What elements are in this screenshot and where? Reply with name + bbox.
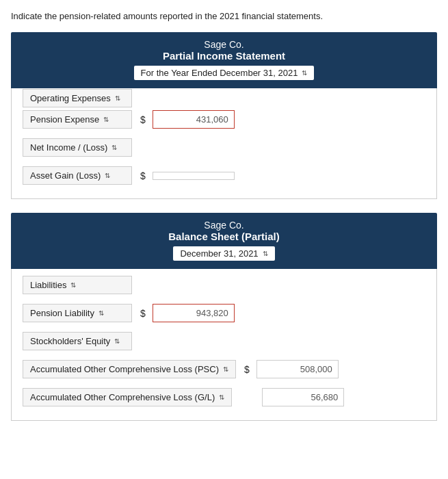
aoci-psc-dollar: $ xyxy=(244,364,250,375)
income-company-name: Sage Co. xyxy=(22,39,426,50)
operating-expenses-label[interactable]: Operating Expenses ⇅ xyxy=(23,89,132,107)
pension-liability-input[interactable]: 943,820 xyxy=(153,304,235,322)
asset-gain-arrow-icon[interactable]: ⇅ xyxy=(105,172,110,179)
pension-liability-arrow-icon[interactable]: ⇅ xyxy=(98,309,104,317)
liabilities-label[interactable]: Liabilities ⇅ xyxy=(23,276,132,294)
income-subtitle-arrow-icon[interactable]: ⇅ xyxy=(302,69,307,77)
asset-gain-dollar: $ xyxy=(140,170,146,181)
instruction-text: Indicate the pension-related amounts rep… xyxy=(11,11,437,21)
net-income-label[interactable]: Net Income / (Loss) ⇅ xyxy=(23,138,132,157)
liabilities-text: Liabilities xyxy=(30,280,66,290)
pension-expense-text: Pension Expense xyxy=(30,114,99,125)
balance-sheet-body: Liabilities ⇅ Pension Liability ⇅ $ 943,… xyxy=(11,269,437,421)
aoci-gl-input[interactable]: 56,680 xyxy=(262,388,344,406)
aoci-psc-label[interactable]: Accumulated Other Comprehensive Loss (PS… xyxy=(23,360,236,378)
aoci-gl-label[interactable]: Accumulated Other Comprehensive Loss (G/… xyxy=(23,388,232,406)
asset-gain-input[interactable] xyxy=(153,172,235,180)
income-statement-subtitle-box[interactable]: For the Year Ended December 31, 2021 ⇅ xyxy=(134,66,315,80)
balance-subtitle-arrow-icon[interactable]: ⇅ xyxy=(263,250,268,257)
pension-liability-row: Pension Liability ⇅ $ 943,820 xyxy=(23,304,425,322)
stockholders-equity-label[interactable]: Stockholders' Equity ⇅ xyxy=(23,332,132,350)
pension-liability-text: Pension Liability xyxy=(30,308,94,318)
operating-expenses-row: Operating Expenses ⇅ xyxy=(23,95,425,101)
operating-expenses-text: Operating Expenses xyxy=(30,93,111,103)
pension-expense-arrow-icon[interactable]: ⇅ xyxy=(103,116,109,123)
net-income-row: Net Income / (Loss) ⇅ xyxy=(23,138,425,157)
balance-sheet-section: Sage Co. Balance Sheet (Partial) Decembe… xyxy=(11,213,437,421)
operating-expenses-arrow-icon[interactable]: ⇅ xyxy=(115,94,120,102)
balance-sheet-subtitle-box[interactable]: December 31, 2021 ⇅ xyxy=(173,246,274,261)
balance-company-name: Sage Co. xyxy=(22,220,426,231)
aoci-psc-input[interactable]: 508,000 xyxy=(256,360,339,378)
stockholders-equity-text: Stockholders' Equity xyxy=(30,336,110,346)
income-statement-body: Operating Expenses ⇅ Pension Expense ⇅ $… xyxy=(11,88,437,199)
pension-expense-row: Pension Expense ⇅ $ 431,060 xyxy=(23,110,425,129)
income-statement-section: Sage Co. Partial Income Statement For th… xyxy=(11,32,437,199)
asset-gain-row: Asset Gain (Loss) ⇅ $ xyxy=(23,166,425,185)
income-subtitle-text: For the Year Ended December 31, 2021 xyxy=(141,68,298,78)
pension-expense-dollar: $ xyxy=(140,114,146,125)
pension-expense-value: 431,060 xyxy=(196,114,228,125)
stockholders-equity-arrow-icon[interactable]: ⇅ xyxy=(114,337,120,345)
pension-liability-value: 943,820 xyxy=(196,308,228,318)
aoci-gl-value: 56,680 xyxy=(311,392,338,402)
pension-expense-label[interactable]: Pension Expense ⇅ xyxy=(23,110,132,129)
aoci-psc-text: Accumulated Other Comprehensive Loss (PS… xyxy=(30,364,219,374)
net-income-text: Net Income / (Loss) xyxy=(30,142,107,153)
aoci-psc-row: Accumulated Other Comprehensive Loss (PS… xyxy=(23,360,425,378)
aoci-psc-value: 508,000 xyxy=(300,364,332,374)
income-statement-header: Sage Co. Partial Income Statement For th… xyxy=(11,32,437,88)
asset-gain-label[interactable]: Asset Gain (Loss) ⇅ xyxy=(23,166,132,185)
income-statement-title: Partial Income Statement xyxy=(22,50,426,62)
balance-sheet-title: Balance Sheet (Partial) xyxy=(22,231,426,242)
aoci-gl-text: Accumulated Other Comprehensive Loss (G/… xyxy=(30,392,215,402)
net-income-arrow-icon[interactable]: ⇅ xyxy=(111,144,117,151)
aoci-gl-row: Accumulated Other Comprehensive Loss (G/… xyxy=(23,388,425,406)
pension-liability-dollar: $ xyxy=(140,308,146,319)
liabilities-row: Liabilities ⇅ xyxy=(23,276,425,294)
stockholders-equity-row: Stockholders' Equity ⇅ xyxy=(23,332,425,350)
asset-gain-text: Asset Gain (Loss) xyxy=(30,170,101,181)
liabilities-arrow-icon[interactable]: ⇅ xyxy=(70,281,76,289)
balance-sheet-header: Sage Co. Balance Sheet (Partial) Decembe… xyxy=(11,213,437,269)
aoci-psc-arrow-icon[interactable]: ⇅ xyxy=(223,365,228,373)
balance-subtitle-text: December 31, 2021 xyxy=(180,248,258,259)
pension-expense-input[interactable]: 431,060 xyxy=(153,110,235,129)
pension-liability-label[interactable]: Pension Liability ⇅ xyxy=(23,304,132,322)
aoci-gl-arrow-icon[interactable]: ⇅ xyxy=(219,393,224,401)
